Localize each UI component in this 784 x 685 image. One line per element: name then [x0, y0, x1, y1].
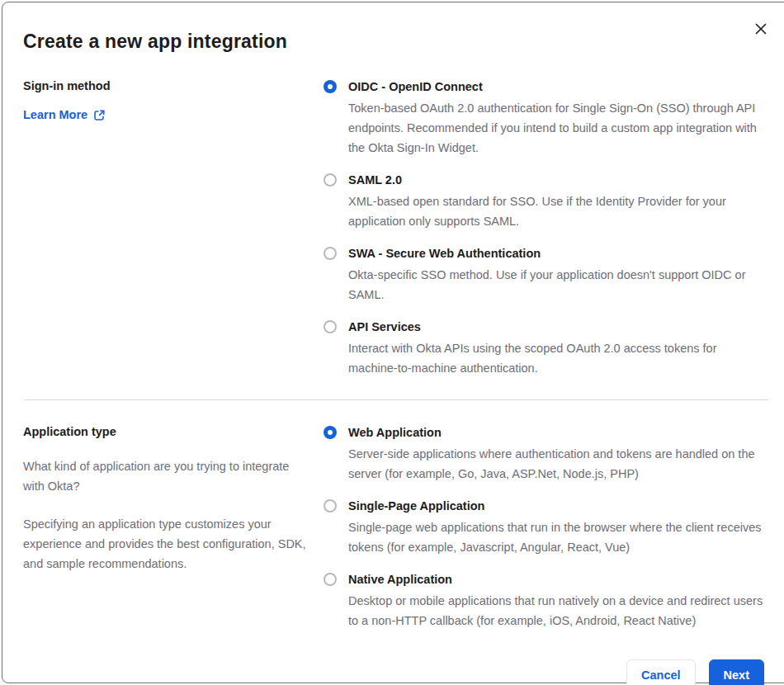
learn-more-link[interactable]: Learn More [23, 108, 106, 121]
radio-oidc[interactable] [324, 80, 337, 93]
option-native-application[interactable]: Native Application Desktop or mobile app… [324, 571, 768, 631]
option-spa[interactable]: Single-Page Application Single-page web … [324, 498, 768, 557]
create-app-integration-dialog: Create a new app integration Sign-in met… [2, 2, 784, 683]
option-oidc[interactable]: OIDC - OpenID Connect Token-based OAuth … [324, 78, 768, 158]
application-type-explanation: Specifying an application type customize… [23, 514, 308, 574]
option-native-application-description: Desktop or mobile applications that run … [348, 591, 768, 631]
sign-in-method-section: Sign-in method Learn More OIDC - OpenID … [23, 78, 768, 378]
radio-api-services[interactable] [324, 320, 337, 333]
option-swa-description: Okta-specific SSO method. Use if your ap… [348, 265, 768, 305]
radio-saml[interactable] [324, 173, 337, 187]
cancel-button[interactable]: Cancel [626, 659, 696, 685]
option-spa-description: Single-page web applications that run in… [348, 517, 768, 557]
application-type-question: What kind of application are you trying … [23, 456, 308, 496]
sign-in-method-heading: Sign-in method [23, 78, 309, 92]
option-native-application-label: Native Application [348, 571, 452, 588]
external-link-icon [93, 109, 106, 121]
option-api-services-description: Interact with Okta APIs using the scoped… [348, 338, 768, 378]
section-divider [25, 399, 768, 400]
option-oidc-label: OIDC - OpenID Connect [348, 78, 483, 95]
dialog-title: Create a new app integration [23, 31, 768, 53]
radio-spa[interactable] [324, 499, 337, 513]
option-web-application[interactable]: Web Application Server-side applications… [324, 424, 768, 484]
option-web-application-description: Server-side applications where authentic… [348, 444, 768, 484]
close-button[interactable] [752, 20, 770, 38]
option-swa-label: SWA - Secure Web Authentication [348, 245, 541, 262]
radio-web-application[interactable] [324, 426, 337, 439]
option-api-services-label: API Services [348, 319, 421, 335]
option-oidc-description: Token-based OAuth 2.0 authentication for… [348, 98, 768, 158]
dialog-footer: Cancel Next [23, 659, 768, 685]
learn-more-label: Learn More [23, 108, 87, 121]
option-swa[interactable]: SWA - Secure Web Authentication Okta-spe… [324, 245, 768, 305]
application-type-heading: Application type [23, 424, 309, 438]
option-saml-description: XML-based open standard for SSO. Use if … [348, 191, 768, 231]
option-spa-label: Single-Page Application [348, 498, 484, 514]
next-button[interactable]: Next [709, 659, 764, 685]
option-saml[interactable]: SAML 2.0 XML-based open standard for SSO… [324, 172, 768, 231]
option-web-application-label: Web Application [348, 424, 442, 441]
option-api-services[interactable]: API Services Interact with Okta APIs usi… [324, 319, 768, 378]
radio-native-application[interactable] [324, 573, 337, 586]
option-saml-label: SAML 2.0 [348, 172, 402, 188]
application-type-section: Application type What kind of applicatio… [23, 424, 768, 631]
radio-swa[interactable] [324, 247, 337, 260]
close-icon [754, 22, 767, 35]
